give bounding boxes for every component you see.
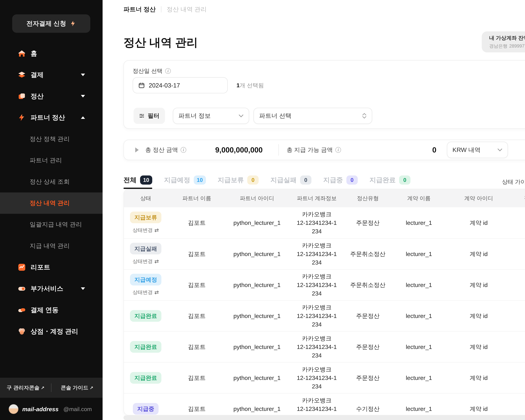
selected-count-suffix: 개 선택됨	[240, 82, 264, 88]
status-cell: 지급중	[124, 403, 168, 415]
account-menu[interactable]: mail-address @mail.com	[9, 402, 92, 416]
sidebar-item-store-account[interactable]: 상점・계정 관리	[0, 321, 103, 342]
tab-label: 지급완료	[369, 176, 396, 185]
settlement-date-input[interactable]: 2024-03-17	[133, 77, 228, 93]
table-row[interactable]: 지급보류상태변경⇄김포트python_lecturer_1카카오뱅크12-123…	[124, 207, 525, 238]
sidebar-item-label: 리포트	[30, 263, 50, 272]
status-guide-link[interactable]: 상태 가이드 ?	[502, 178, 525, 186]
sidebar-subitem-settlement-detail[interactable]: 정산 상세 조회	[0, 171, 103, 192]
table-row[interactable]: 지급완료김포트python_lecturer_1카카오뱅크12-12341234…	[124, 331, 525, 362]
partner-account-cell: 카카오뱅크12-12341234-1234	[288, 272, 346, 298]
partner-name-cell: 김포트	[168, 218, 226, 227]
tab-전체[interactable]: 전체10	[123, 176, 152, 189]
sidebar-item-label: 파트너 정산	[30, 113, 65, 122]
layers-icon	[18, 70, 26, 79]
tab-지급보류[interactable]: 지급보류0	[218, 176, 259, 189]
breadcrumb-settlement-history[interactable]: 정산 내역 관리	[167, 5, 207, 13]
column-header-2: 파트너 이름	[168, 195, 226, 202]
settlement-id-cell: 정산 id	[510, 281, 525, 289]
contract-name-cell: lecturer_1	[390, 312, 448, 320]
tab-label: 지급예정	[164, 176, 190, 185]
filter-icon	[139, 113, 145, 119]
account-line: 12-12341234-1	[288, 250, 346, 258]
epayment-apply-button[interactable]: 전자결제 신청	[12, 14, 90, 33]
table-row[interactable]: 지급실패상태변경⇄김포트python_lecturer_1카카오뱅크12-123…	[124, 238, 525, 269]
column-header-6: 계약 이름	[390, 195, 448, 202]
partner-id-cell: python_lecturer_1	[226, 373, 288, 382]
sidebar-item-home[interactable]: 홈	[0, 43, 103, 64]
console-guide-link[interactable]: 콘솔 가이드↗	[51, 384, 103, 391]
contract-name-cell: lecturer_1	[390, 405, 448, 413]
contract-id-cell: 계약 id	[448, 281, 510, 289]
tab-count-badge: 10	[140, 176, 152, 185]
sidebar-item-settlement[interactable]: 정산	[0, 85, 103, 107]
sidebar-subitem-settlement-history[interactable]: 정산 내역 관리	[0, 192, 103, 214]
home-icon	[18, 49, 26, 58]
chevron-down-icon	[81, 74, 85, 76]
cta-label: 전자결제 신청	[26, 19, 66, 28]
krw-history-dropdown[interactable]: KRW 내역	[447, 142, 508, 158]
column-header-1: 상태	[124, 195, 168, 202]
contract-id-cell: 계약 id	[448, 343, 510, 351]
account-line: 12-12341234-1	[288, 218, 346, 227]
sidebar-item-partner-settlement[interactable]: 파트너 정산	[0, 107, 103, 128]
info-icon: i	[165, 68, 171, 74]
table-row[interactable]: 지급중김포트python_lecturer_1카카오뱅크12-12341234-…	[124, 393, 525, 415]
tab-label: 전체	[123, 176, 137, 185]
sidebar-item-label: 결제 연동	[30, 306, 59, 315]
tab-지급실패[interactable]: 지급실패0	[271, 176, 311, 189]
horizontal-scrollbar[interactable]	[123, 415, 525, 420]
sidebar-item-report[interactable]: 리포트	[0, 257, 103, 278]
sidebar-subitem-payout-history[interactable]: 지급 내역 관리	[0, 235, 103, 257]
table-row[interactable]: 지급예정상태변경⇄김포트python_lecturer_1카카오뱅크12-123…	[124, 269, 525, 300]
partner-select-dropdown[interactable]: 파트너 선택	[253, 108, 372, 124]
filter-button-label: 필터	[148, 112, 159, 120]
status-badge: 지급완료	[130, 310, 161, 322]
balance-account: 경남은행 28999770218123	[489, 43, 525, 49]
partner-account-cell: 카카오뱅크12-12341234-1234	[288, 241, 346, 267]
sidebar-item-payment[interactable]: 결제	[0, 64, 103, 85]
legacy-console-link[interactable]: 구 관리자콘솔↗	[0, 384, 51, 391]
tab-지급예정[interactable]: 지급예정10	[164, 176, 206, 189]
table-row[interactable]: 지급완료김포트python_lecturer_1카카오뱅크12-12341234…	[124, 300, 525, 331]
status-change-link[interactable]: 상태변경⇄	[133, 258, 159, 265]
selected-count: 1개 선택됨	[236, 82, 264, 89]
account-line: 12-12341234-1	[288, 373, 346, 382]
partner-account-cell: 카카오뱅크12-12341234-1234	[288, 210, 346, 235]
settlement-type-cell: 주문정산	[346, 218, 390, 227]
settlement-type-cell: 주문정산	[346, 343, 390, 351]
breadcrumb-partner-settlement[interactable]: 파트너 정산	[123, 5, 156, 13]
table-row[interactable]: 지급완료김포트python_lecturer_1카카오뱅크12-12341234…	[124, 362, 525, 393]
account-line: 234	[288, 258, 346, 267]
column-header-3: 파트너 아이디	[226, 195, 288, 202]
breadcrumb: 파트너 정산 정산 내역 관리	[123, 5, 207, 13]
tab-지급중[interactable]: 지급중0	[323, 176, 358, 189]
sidebar-item-label: 부가서비스	[30, 284, 63, 293]
partner-name-cell: 김포트	[168, 281, 226, 289]
sidebar-item-payment-integration[interactable]: 결제 연동	[0, 299, 103, 321]
page-title: 정산 내역 관리	[123, 35, 198, 50]
partner-account-cell: 카카오뱅크12-12341234-1234	[288, 303, 346, 329]
filter-button[interactable]: 필터	[133, 108, 165, 124]
status-change-label: 상태변경	[133, 258, 153, 265]
squares-icon	[18, 92, 26, 101]
partner-id-cell: python_lecturer_1	[226, 281, 288, 289]
sidebar-subitem-batch-payout[interactable]: 일괄지급 내역 관리	[0, 214, 103, 235]
partner-name-cell: 김포트	[168, 312, 226, 320]
status-change-link[interactable]: 상태변경⇄	[133, 289, 159, 296]
sidebar-subitem-partners[interactable]: 파트너 관리	[0, 150, 103, 171]
contract-name-cell: lecturer_1	[390, 343, 448, 351]
partner-info-dropdown[interactable]: 파트너 정보	[173, 108, 249, 124]
account-line: 카카오뱅크	[288, 365, 346, 373]
tab-label: 지급실패	[271, 176, 297, 185]
status-badge: 지급예정	[130, 274, 161, 286]
table-controls: 상태 가이드 ? 테이블 설정 엑셀 다운로드	[502, 174, 525, 190]
sidebar-subitem-policy[interactable]: 정산 정책 관리	[0, 128, 103, 150]
settlement-type-cell: 주문취소정산	[346, 281, 390, 289]
info-icon: i	[335, 147, 341, 153]
settlement-id-cell: 정산 id	[510, 218, 525, 227]
tab-지급완료[interactable]: 지급완료0	[369, 176, 411, 189]
status-change-link[interactable]: 상태변경⇄	[133, 226, 159, 234]
sidebar-item-addons[interactable]: 부가서비스	[0, 278, 103, 299]
expand-caret-icon[interactable]	[135, 147, 139, 152]
